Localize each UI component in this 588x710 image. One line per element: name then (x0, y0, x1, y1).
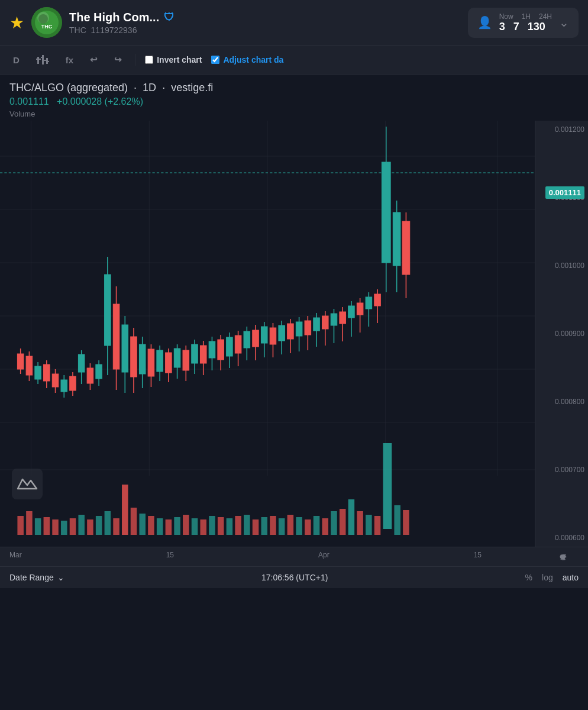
bottom-bar: Date Range ⌄ 17:06:56 (UTC+1) % log auto (0, 566, 588, 588)
svg-rect-5 (36, 59, 38, 60)
candlestick-chart-svg (0, 121, 535, 547)
fx-button[interactable]: fx (62, 53, 77, 67)
svg-rect-32 (70, 518, 76, 535)
svg-rect-50 (227, 518, 233, 535)
svg-rect-45 (183, 515, 189, 535)
svg-rect-68 (383, 443, 392, 529)
svg-rect-67 (374, 516, 381, 535)
auto-option[interactable]: auto (563, 573, 579, 582)
price-label-600: 0.000600 (539, 534, 584, 542)
svg-rect-158 (393, 212, 400, 266)
svg-rect-26 (17, 516, 24, 535)
svg-rect-53 (253, 519, 259, 535)
toolbar: D fx ↩ ↪ Invert chart Adjust chart da (0, 46, 588, 75)
price-label-1200: 0.001200 (539, 125, 584, 134)
svg-rect-42 (157, 518, 163, 535)
svg-rect-60 (314, 516, 320, 535)
svg-rect-64 (348, 499, 355, 535)
svg-rect-62 (331, 511, 337, 535)
favorite-star-icon[interactable]: ★ (9, 13, 24, 33)
svg-rect-124 (244, 331, 250, 348)
svg-rect-12 (48, 61, 49, 62)
percent-option[interactable]: % (525, 573, 532, 582)
adjust-chart-checkbox[interactable] (211, 56, 219, 64)
expand-chevron-icon[interactable]: ⌄ (559, 15, 569, 30)
svg-rect-150 (357, 303, 363, 315)
svg-rect-78 (44, 364, 50, 381)
svg-rect-160 (402, 221, 410, 275)
svg-rect-34 (87, 519, 93, 535)
svg-rect-44 (174, 517, 180, 535)
x-label-15: 15 (166, 551, 174, 563)
svg-rect-140 (314, 318, 320, 331)
chart-options: % log auto (525, 573, 579, 582)
svg-rect-84 (70, 376, 76, 390)
x-label-15-2: 15 (474, 551, 482, 563)
svg-point-1 (35, 11, 59, 34)
toolbar-separator (135, 54, 135, 66)
svg-rect-98 (131, 337, 137, 377)
svg-rect-8 (41, 57, 43, 58)
svg-rect-132 (279, 325, 285, 341)
svg-rect-47 (200, 519, 206, 535)
svg-rect-65 (357, 511, 363, 535)
svg-rect-154 (374, 294, 381, 306)
svg-rect-35 (96, 516, 102, 535)
invert-chart-checkbox-label[interactable]: Invert chart (145, 55, 202, 64)
x-axis-labels: Mar 15 Apr 15 (9, 551, 535, 563)
price-label-1000: 0.001000 (539, 262, 584, 270)
svg-rect-128 (261, 327, 267, 343)
chart-header: THC/ALGO (aggregated) · 1D · vestige.fi … (0, 75, 588, 121)
token-name-row: The High Com... 🛡 (69, 11, 461, 24)
token-logo: THC (31, 7, 62, 38)
svg-rect-69 (394, 505, 400, 535)
svg-rect-58 (296, 517, 302, 535)
svg-rect-46 (192, 518, 198, 535)
svg-rect-74 (26, 356, 33, 375)
period-button[interactable]: D (9, 53, 23, 67)
svg-rect-4 (37, 57, 39, 64)
watchers-box: 👤 Now 1H 24H 3 7 130 ⌄ (468, 8, 579, 38)
current-price-tag: 0.001111 (545, 186, 584, 199)
svg-rect-57 (287, 515, 294, 535)
svg-rect-114 (200, 346, 206, 363)
x-axis: Mar 15 Apr 15 (0, 547, 588, 566)
price-label-800: 0.000800 (539, 398, 584, 406)
svg-rect-7 (42, 55, 44, 64)
svg-rect-130 (270, 328, 276, 344)
watcher-values: 3 7 130 (499, 21, 545, 33)
svg-rect-142 (322, 316, 329, 329)
volume-label: Volume (9, 109, 579, 118)
chart-canvas[interactable] (0, 121, 535, 547)
token-name-text: The High Com... (69, 11, 159, 24)
svg-rect-11 (45, 60, 47, 61)
person-icon: 👤 (477, 15, 492, 30)
svg-rect-51 (235, 516, 241, 535)
chart-type-button[interactable] (33, 51, 53, 68)
token-id: THC 1119722936 (69, 25, 461, 35)
svg-rect-80 (52, 374, 59, 387)
svg-text:THC: THC (41, 24, 53, 30)
watcher-labels: Now 1H 24H (499, 12, 552, 21)
log-option[interactable]: log (542, 573, 553, 582)
svg-rect-110 (183, 350, 189, 370)
svg-rect-106 (166, 353, 172, 373)
chart-settings-gear[interactable] (535, 551, 588, 563)
svg-rect-38 (122, 485, 128, 535)
svg-rect-134 (287, 324, 294, 339)
svg-rect-59 (305, 519, 311, 535)
date-range-button[interactable]: Date Range ⌄ (9, 573, 64, 582)
svg-rect-66 (366, 515, 372, 535)
svg-rect-96 (122, 325, 128, 372)
redo-button[interactable]: ↪ (111, 52, 125, 67)
adjust-chart-checkbox-label[interactable]: Adjust chart da (211, 55, 283, 64)
svg-rect-116 (209, 341, 215, 358)
svg-rect-40 (139, 514, 146, 535)
svg-rect-27 (26, 511, 33, 535)
x-label-mar: Mar (9, 551, 22, 563)
invert-chart-checkbox[interactable] (145, 56, 153, 64)
chart-title: THC/ALGO (aggregated) · 1D · vestige.fi (9, 82, 579, 94)
undo-button[interactable]: ↩ (86, 52, 101, 67)
header: ★ THC The High Com... 🛡 THC 1119722936 👤… (0, 0, 588, 46)
svg-rect-108 (174, 348, 180, 367)
